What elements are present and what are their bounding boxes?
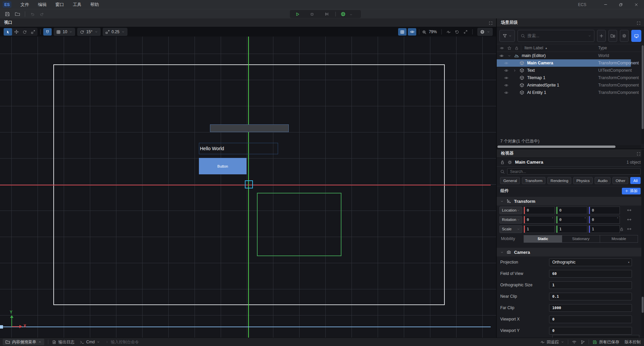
inspector-search-input[interactable] [507, 168, 641, 175]
filter-button[interactable] [499, 30, 515, 42]
new-folder-button[interactable] [608, 30, 617, 42]
lock-icon[interactable] [500, 160, 505, 165]
tab-other[interactable]: Other [612, 177, 628, 184]
tab-rendering[interactable]: Rendering [547, 177, 571, 184]
uniform-scale-lock-icon[interactable] [620, 227, 624, 231]
scrollbar-thumb[interactable] [642, 45, 644, 129]
eye-icon[interactable] [504, 91, 508, 95]
console-input[interactable]: 输入控制台命令 [105, 339, 139, 345]
lock-column-icon[interactable] [515, 46, 519, 50]
output-log-button[interactable]: 输出日志 [52, 339, 74, 345]
trace-dropdown[interactable]: 回追踪 [540, 339, 564, 345]
menu-help[interactable]: 帮助 [86, 0, 103, 9]
stop-button[interactable] [305, 12, 319, 16]
gear-icon[interactable] [507, 160, 512, 165]
menu-window[interactable]: 窗口 [51, 0, 68, 9]
menu-tools[interactable]: 工具 [68, 0, 86, 9]
stats-toggle-button[interactable] [444, 28, 453, 36]
mobility-stationary[interactable]: Stationary [562, 235, 600, 242]
scale-x-field[interactable] [525, 227, 554, 231]
save-icon[interactable] [5, 11, 10, 17]
inspector-vscrollbar[interactable] [641, 150, 644, 337]
link-axes-icon[interactable] [627, 227, 632, 231]
zoom-icon[interactable] [422, 29, 427, 35]
location-dropdown[interactable]: Location [499, 207, 522, 214]
hierarchy-hscrollbar[interactable] [497, 145, 641, 148]
rotate-snap-dropdown[interactable]: 15° [77, 28, 100, 36]
cmd-dropdown[interactable]: Cmd [80, 340, 100, 344]
hierarchy-fullscreen-icon[interactable] [637, 20, 641, 25]
redo-icon[interactable] [40, 11, 45, 16]
visibility-toggle-button[interactable] [408, 28, 416, 36]
network-icon[interactable] [572, 340, 577, 345]
eye-icon[interactable] [504, 83, 508, 88]
rotate-tool-button[interactable] [20, 28, 29, 36]
selection-gizmo-square[interactable] [245, 180, 253, 188]
open-folder-icon[interactable] [15, 11, 20, 17]
hierarchy-settings-button[interactable] [620, 30, 629, 42]
rotation-x-field[interactable] [525, 218, 554, 222]
star-column-icon[interactable] [507, 46, 512, 50]
rotation-dropdown[interactable]: Rotation [499, 216, 522, 224]
snap-toggle-button[interactable] [43, 28, 52, 36]
column-type[interactable]: Type [598, 46, 607, 50]
tree-row-main-camera[interactable]: Main Camera TransformComponent [497, 59, 631, 67]
camera-section-header[interactable]: Camera [497, 248, 644, 256]
tree-row-world[interactable]: main (Editor) World [497, 52, 644, 59]
tree-row-tilemap[interactable]: Tilemap 1 TransformComponent [497, 74, 644, 81]
undo-icon[interactable] [30, 11, 35, 16]
inspector-fullscreen-icon[interactable] [637, 151, 641, 156]
rotation-z-field[interactable] [590, 218, 620, 222]
tab-physics[interactable]: Physics [573, 177, 593, 184]
display-toggle-button[interactable] [631, 30, 641, 42]
scene-button-object[interactable]: Button [199, 158, 247, 174]
tree-row-animatedsprite[interactable]: AnimatedSprite 1 TransformComponent [497, 81, 644, 89]
tree-row-ai-entity[interactable]: AI Entity 1 TransformComponent [497, 89, 644, 96]
transform-section-header[interactable]: Transform [497, 197, 644, 206]
rotation-y-field[interactable] [557, 218, 587, 222]
expand-view-button[interactable] [461, 28, 470, 36]
near-clip-field[interactable] [549, 294, 632, 299]
tree-row-label[interactable]: Main Camera [527, 61, 553, 65]
location-x-field[interactable] [525, 208, 554, 213]
eye-icon[interactable] [499, 54, 504, 58]
viewport-fullscreen-icon[interactable] [489, 20, 493, 25]
tree-row-label[interactable]: Text [527, 68, 535, 73]
close-button[interactable] [629, 0, 644, 9]
chevron-down-icon[interactable] [507, 54, 511, 58]
tab-general[interactable]: General [500, 177, 520, 184]
zoom-level[interactable]: 79% [429, 30, 437, 34]
location-z-field[interactable] [590, 208, 620, 213]
mobility-movable[interactable]: Movable [600, 235, 638, 242]
scale-z-field[interactable] [590, 227, 620, 231]
tree-row-text[interactable]: Text UITextComponent [497, 67, 644, 74]
tree-row-label[interactable]: Tilemap 1 [527, 75, 545, 80]
eye-icon[interactable] [504, 61, 508, 65]
maximize-button[interactable] [613, 0, 629, 9]
app-logo[interactable]: ES [3, 1, 11, 8]
location-y-field[interactable] [557, 208, 587, 213]
save-status[interactable]: 所有已保存 [593, 339, 619, 345]
move-tool-button[interactable] [12, 28, 20, 36]
scrollbar-thumb[interactable] [497, 146, 615, 148]
step-button[interactable] [319, 12, 334, 16]
viewport-x-field[interactable] [549, 317, 632, 322]
select-tool-button[interactable] [4, 28, 12, 36]
scale-y-field[interactable] [557, 227, 587, 231]
scene-canvas[interactable]: Hello World Button Y X [0, 37, 496, 338]
reset-view-button[interactable] [453, 28, 461, 36]
column-item-label[interactable]: Item Label [524, 46, 543, 50]
tab-audio[interactable]: Audio [595, 177, 610, 184]
hierarchy-search-box[interactable] [518, 30, 594, 42]
orthographic-size-field[interactable] [549, 283, 632, 287]
tree-row-label[interactable]: AnimatedSprite 1 [527, 83, 559, 88]
scale-tool-button[interactable] [29, 28, 37, 36]
field-of-view-field[interactable] [549, 272, 632, 276]
scene-text-object[interactable]: Hello World [199, 143, 278, 154]
tab-transform[interactable]: Transform [522, 177, 545, 184]
eye-column-icon[interactable] [500, 46, 504, 50]
platform-globe-button[interactable] [337, 11, 349, 17]
grid-visibility-button[interactable] [398, 28, 407, 36]
scrollbar-thumb[interactable] [642, 297, 644, 313]
projection-select[interactable]: ▾ [549, 258, 632, 266]
